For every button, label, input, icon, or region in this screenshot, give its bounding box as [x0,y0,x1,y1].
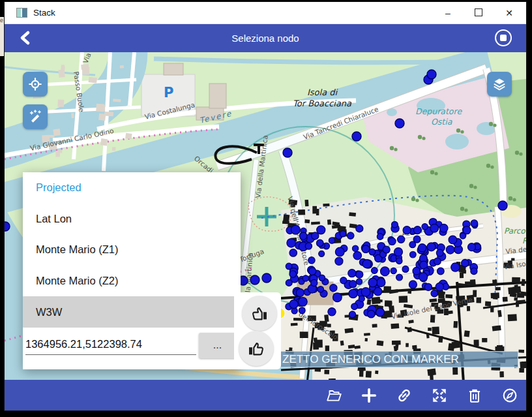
menu-item-latlon[interactable]: Lat Lon [23,204,241,235]
map-tree-icon [469,184,473,188]
map-building [365,338,368,341]
map-building [503,297,508,302]
back-button[interactable] [18,29,35,46]
map-canvas[interactable]: Via FosPasso BuolePVia CostalungaTevereV… [5,52,526,380]
map-building [407,290,411,294]
map-building [57,100,64,107]
map-building [312,206,317,214]
menu-item-projected[interactable]: Projected [23,172,241,204]
menu-item-w3w[interactable]: W3W [23,296,241,328]
map-building [315,340,323,348]
map-building [372,297,381,305]
map-building [470,279,476,286]
map-node-marker [329,238,334,243]
minimize-button[interactable]: – [441,8,454,18]
coordinate-input-row: ... [23,328,241,369]
map-node-marker [352,132,361,141]
map-building [520,362,526,369]
magic-wand-icon [27,109,43,125]
map-node-marker [353,251,362,260]
map-tree-icon [390,146,394,150]
add-button[interactable] [361,387,377,404]
map-building [482,338,487,343]
map-building [427,368,436,376]
map-building [438,293,445,299]
map-node-marker [402,266,409,272]
map-building [340,341,344,346]
map-building [304,219,310,223]
map-node-marker [291,225,300,234]
map-tree-icon [415,198,419,202]
map-building [58,149,62,153]
map-node-marker [409,281,417,288]
map-node-marker [396,258,402,264]
map-node-marker [316,239,323,247]
map-node-marker [368,310,376,318]
map-node-marker [380,267,389,276]
map-tree-icon [411,197,415,201]
map-node-marker [311,279,318,286]
map-node-marker [446,245,454,254]
compass-button[interactable] [501,387,518,404]
open-folder-icon [325,387,342,404]
open-folder-button[interactable] [325,387,342,404]
map-street-label: Ri [522,236,526,245]
map-street-label: Tor Boacciana [293,99,352,108]
map-building [282,221,289,224]
link-button[interactable] [396,387,413,404]
fit-extent-button[interactable] [431,387,448,404]
menu-item-montemario-z2[interactable]: Monte Mario (Z2) [23,266,241,297]
map-node-marker [349,289,357,298]
map-building [473,290,477,297]
map-building [508,287,516,294]
thumb-confirm-button[interactable] [239,331,274,366]
map-building [112,147,116,151]
stop-record-button[interactable] [495,29,512,46]
layers-button[interactable] [487,72,512,97]
map-node-marker [369,249,376,255]
map-tree-icon [509,196,512,200]
map-node-marker [349,281,357,288]
thumb-left-icon [250,304,269,322]
close-button[interactable]: ✕ [503,8,516,18]
map-node-marker [362,260,371,268]
map-tree-icon [456,129,460,132]
map-node-marker [328,308,336,316]
map-node-marker [398,236,405,243]
map-node-marker [394,248,403,256]
app-header: Seleziona nodo [5,24,526,52]
map-node-marker [318,286,323,292]
thumb-reject-button[interactable] [242,296,277,331]
trash-button[interactable] [466,387,483,404]
map-building [96,104,104,112]
more-options-button[interactable]: ... [199,333,236,358]
map-node-marker [451,263,460,271]
fit-extent-icon [431,387,448,404]
map-street-label: Depuratore [415,106,462,116]
map-node-marker [413,267,421,275]
map-node-marker [289,249,297,257]
maximize-icon [475,8,482,16]
map-node-marker [319,275,325,281]
map-tree-icon [489,122,493,126]
maximize-button[interactable] [472,8,485,18]
map-node-marker [376,308,385,317]
map-node-marker [283,148,292,157]
menu-item-montemario-z1[interactable]: Monte Mario (Z1) [23,234,241,266]
map-tree-icon [418,135,422,139]
map-node-marker [372,268,378,274]
coordinate-input[interactable] [25,335,196,355]
app-icon [16,8,27,18]
map-node-marker [368,278,377,287]
magic-wand-button[interactable] [23,104,48,129]
map-street-label: P [164,85,173,100]
map-building [412,345,417,349]
map-building [357,367,363,371]
map-node-marker [299,307,305,314]
locate-button[interactable] [23,72,48,97]
map-node-marker [348,270,356,277]
map-node-marker [413,226,421,234]
map-node-marker [296,288,304,296]
map-feature [477,122,496,135]
map-building [445,294,452,298]
